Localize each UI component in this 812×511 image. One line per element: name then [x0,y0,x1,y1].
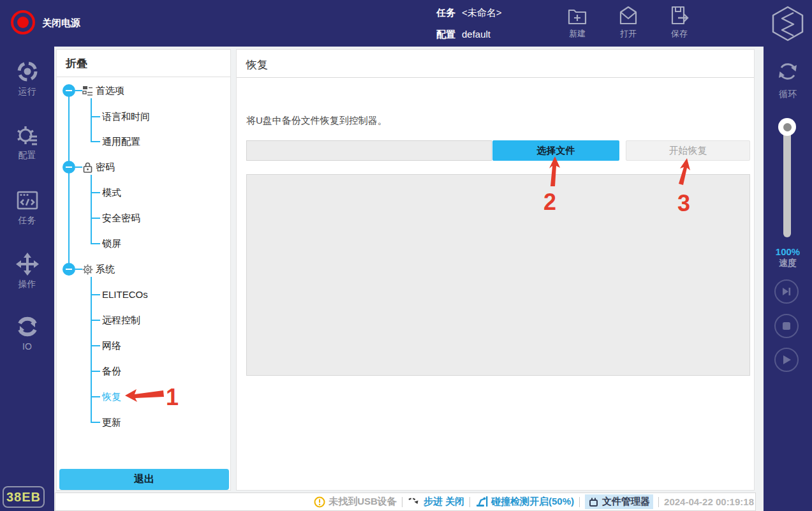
step-status[interactable]: 步进 关闭 [408,496,464,508]
sidebar-item-io[interactable]: IO [0,315,54,352]
app-window: 关闭电源 任务 <未命名> 配置 default 新建 打开 [0,0,812,511]
sidebar-item-operate[interactable]: 操作 [0,252,54,290]
collapse-toggle-password[interactable] [63,161,75,174]
start-restore-button[interactable]: 开始恢复 [626,140,750,161]
save-icon [669,4,690,26]
collapse-header[interactable]: 折叠 [66,56,87,71]
brand-logo-icon [769,5,806,42]
run-icon [15,59,40,84]
right-sidebar: 循环 100% 速度 [764,47,812,511]
restore-panel: 恢复 将U盘中备份文件恢复到控制器。 选择文件 开始恢复 [236,49,755,491]
statusbar-separator [658,497,659,507]
tree-item-remote-control[interactable]: 远程控制 [102,314,140,327]
open-icon [618,4,639,26]
stop-icon [782,322,791,330]
shutdown-button[interactable]: 关闭电源 [42,17,80,29]
left-sidebar: 运行 配置 [0,47,54,511]
config-icon [15,123,40,147]
tree-item-safety-password[interactable]: 安全密码 [102,212,140,225]
speed-slider-track[interactable] [783,127,791,237]
tree-item-restore[interactable]: 恢复 [102,390,121,403]
tree-item-mode[interactable]: 模式 [102,186,121,199]
tree-item-lock-screen[interactable]: 锁屏 [102,237,121,250]
tree-item-elitecos[interactable]: ELITECOs [102,288,148,301]
step-icon [408,496,420,508]
io-icon [15,315,40,339]
task-label: 任务 [436,7,455,19]
gear-icon [82,264,93,275]
tree-group-password[interactable]: 密码 [96,161,115,174]
exit-button[interactable]: 退出 [59,469,229,490]
speed-slider-handle[interactable] [778,118,796,136]
task-icon [15,188,40,212]
sidebar-item-run[interactable]: 运行 [0,59,54,98]
loop-icon [776,59,800,84]
sidebar-item-task[interactable]: 任务 [0,188,54,226]
operate-icon [15,252,40,276]
usb-icon [588,496,599,507]
divider [237,77,754,78]
config-label: 配置 [436,29,455,41]
collapse-toggle-system[interactable] [63,263,75,276]
save-button[interactable]: 保存 [662,4,697,40]
collapse-toggle-preferences[interactable] [63,84,75,97]
new-button[interactable]: 新建 [560,4,594,40]
speed-label: 速度 [764,258,812,269]
restore-file-list [246,174,750,376]
statusbar: 未找到USB设备 步进 关闭 碰撞检测开启(50%) [55,492,756,511]
topbar-actions: 新建 打开 保存 [560,4,697,40]
topbar: 关闭电源 任务 <未命名> 配置 default 新建 打开 [0,0,812,47]
open-button[interactable]: 打开 [611,4,646,40]
skip-icon [781,286,792,297]
task-row: 任务 <未命名> [436,7,502,19]
tree-item-language-time[interactable]: 语言和时间 [102,110,150,123]
tree-item-update[interactable]: 更新 [102,416,121,429]
power-icon[interactable] [11,10,35,34]
page-title: 恢复 [246,57,268,72]
hierarchy-icon [82,85,93,96]
play-icon [782,355,792,365]
config-row: 配置 default [436,29,491,41]
tree-group-preferences[interactable]: 首选项 [96,84,124,97]
select-file-button[interactable]: 选择文件 [492,140,619,161]
tree-group-system[interactable]: 系统 [96,263,115,276]
play-button[interactable] [774,348,799,372]
task-value: <未命名> [462,7,502,19]
statusbar-separator [402,497,402,507]
collision-icon [475,496,488,508]
stop-button[interactable] [774,314,799,338]
config-value: default [462,29,491,41]
datetime: 2024-04-22 00:19:18 [664,496,754,507]
warning-icon [314,496,325,508]
sidebar-item-config[interactable]: 配置 [0,123,54,161]
step-next-button[interactable] [774,279,799,304]
power-dot [17,17,29,28]
file-manager-button[interactable]: 文件管理器 [585,494,653,509]
speed-value: 100% [764,246,812,257]
statusbar-separator [469,497,470,507]
safety-code-badge: 38EB [3,486,45,508]
file-path-input[interactable] [246,140,492,161]
collision-status[interactable]: 碰撞检测开启(50%) [475,496,574,508]
statusbar-separator [579,497,580,507]
usb-status: 未找到USB设备 [314,496,397,508]
divider [57,77,230,77]
settings-tree-panel: 折叠 首选项 语言和时间 通用配置 密码 模式 安全密码 锁屏 [56,49,231,491]
restore-description: 将U盘中备份文件恢复到控制器。 [246,115,387,127]
loop-label: 循环 [764,89,812,100]
tree-item-backup[interactable]: 备份 [102,365,121,378]
tree-connector [68,91,70,269]
tree-item-general-config[interactable]: 通用配置 [102,135,140,148]
tree-item-network[interactable]: 网络 [102,339,121,352]
lock-icon [82,162,93,173]
new-icon [567,4,587,26]
